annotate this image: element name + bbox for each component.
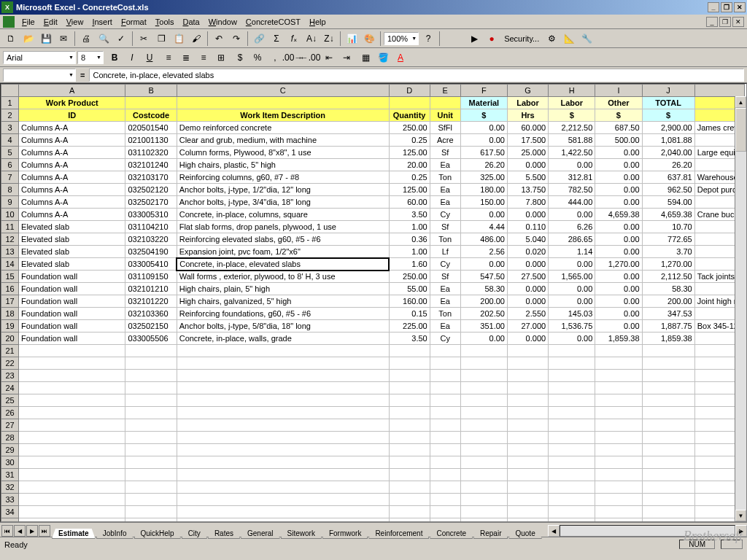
cell-empty[interactable] (430, 432, 460, 444)
sort-desc-button[interactable]: Z↓ (321, 31, 337, 47)
cell-empty[interactable] (549, 494, 595, 506)
cell-B13[interactable]: 032504190 (125, 246, 177, 258)
cell-G2[interactable]: Hrs (507, 109, 548, 122)
cell-E10[interactable]: Cy (430, 209, 460, 221)
row-header-8[interactable]: 8 (1, 184, 19, 196)
row-header-12[interactable]: 12 (1, 233, 19, 246)
cell-J15[interactable]: 2,112.50 (642, 271, 694, 283)
row-header-21[interactable]: 21 (1, 345, 19, 357)
cell-B9[interactable]: 032502170 (125, 196, 177, 209)
cell-C2[interactable]: Work Item Description (177, 109, 389, 122)
cell-G16[interactable]: 0.000 (507, 283, 548, 295)
cell-H8[interactable]: 782.50 (549, 184, 595, 196)
italic-button[interactable]: I (124, 50, 140, 66)
cell-empty[interactable] (125, 407, 177, 419)
cell-empty[interactable] (389, 394, 430, 407)
cell-C6[interactable]: High chairs, plastic, 5" high (177, 159, 389, 171)
cell-J5[interactable]: 2,040.00 (642, 147, 694, 159)
row-header-11[interactable]: 11 (1, 221, 19, 233)
menu-concretecost[interactable]: ConcreteCOST (241, 16, 305, 28)
cell-D18[interactable]: 0.15 (389, 308, 430, 320)
row-header-6[interactable]: 6 (1, 159, 19, 171)
cell-B7[interactable]: 032103170 (125, 171, 177, 184)
cell-empty[interactable] (595, 518, 642, 523)
sheet-tab-formwork[interactable]: Formwork (322, 529, 368, 539)
cell-F13[interactable]: 2.56 (460, 246, 507, 258)
sheet-tab-quote[interactable]: Quote (508, 529, 541, 539)
cell-empty[interactable] (430, 357, 460, 370)
cell-I10[interactable]: 4,659.38 (595, 209, 642, 221)
cell-G18[interactable]: 2.550 (507, 308, 548, 320)
fill-color-button[interactable]: 🪣 (375, 50, 391, 66)
cell-empty[interactable] (389, 345, 430, 357)
row-header-7[interactable]: 7 (1, 171, 19, 184)
tab-nav-first[interactable]: ⏮ (1, 525, 13, 537)
cell-F6[interactable]: 26.20 (460, 159, 507, 171)
cell-C14[interactable]: Concrete, in-place, elevated slabs (177, 258, 389, 271)
cell-H3[interactable]: 2,212.50 (549, 122, 595, 134)
menu-tools[interactable]: Tools (151, 16, 179, 28)
cell-empty[interactable] (595, 506, 642, 518)
cell-empty[interactable] (549, 370, 595, 382)
cell-empty[interactable] (19, 394, 125, 407)
cell-B15[interactable]: 031109150 (125, 271, 177, 283)
menu-file[interactable]: File (18, 16, 39, 28)
cell-E11[interactable]: Sf (430, 221, 460, 233)
cell-D19[interactable]: 225.00 (389, 320, 430, 332)
cell-F16[interactable]: 58.30 (460, 283, 507, 295)
cell-J1[interactable]: TOTAL (642, 97, 694, 109)
cell-empty[interactable] (430, 407, 460, 419)
cell-G3[interactable]: 60.000 (507, 122, 548, 134)
cell-empty[interactable] (125, 444, 177, 456)
cell-J3[interactable]: 2,900.00 (642, 122, 694, 134)
cell-H6[interactable]: 0.00 (549, 159, 595, 171)
cell-empty[interactable] (595, 382, 642, 394)
cell-E16[interactable]: Ea (430, 283, 460, 295)
cell-D8[interactable]: 125.00 (389, 184, 430, 196)
cell-empty[interactable] (642, 382, 694, 394)
format-painter-button[interactable]: 🖌 (188, 31, 204, 47)
cell-E4[interactable]: Acre (430, 134, 460, 147)
font-name-combo[interactable]: Arial (3, 51, 76, 64)
cell-H20[interactable]: 0.00 (549, 332, 595, 345)
menu-view[interactable]: View (62, 16, 88, 28)
cell-I9[interactable]: 0.00 (595, 196, 642, 209)
cell-empty[interactable] (460, 357, 507, 370)
cell-empty[interactable] (389, 382, 430, 394)
cell-empty[interactable] (389, 444, 430, 456)
cell-empty[interactable] (430, 382, 460, 394)
cell-empty[interactable] (125, 432, 177, 444)
cell-J6[interactable]: 26.20 (642, 159, 694, 171)
cell-empty[interactable] (19, 444, 125, 456)
cell-F4[interactable]: 0.00 (460, 134, 507, 147)
increase-indent-button[interactable]: ⇥ (338, 50, 355, 66)
cell-A4[interactable]: Columns A-A (19, 134, 125, 147)
cell-H5[interactable]: 1,422.50 (549, 147, 595, 159)
cell-empty[interactable] (595, 394, 642, 407)
cell-empty[interactable] (389, 518, 430, 523)
col-header-J[interactable]: J (642, 85, 694, 97)
cell-F3[interactable]: 0.00 (460, 122, 507, 134)
cell-J10[interactable]: 4,659.38 (642, 209, 694, 221)
cell-empty[interactable] (430, 419, 460, 432)
cell-empty[interactable] (507, 419, 548, 432)
cell-B17[interactable]: 032101220 (125, 295, 177, 308)
cell-empty[interactable] (177, 345, 389, 357)
cell-E8[interactable]: Ea (430, 184, 460, 196)
col-header-H[interactable]: H (549, 85, 595, 97)
sheet-tab-rates[interactable]: Rates (208, 529, 240, 539)
menu-data[interactable]: Data (178, 16, 204, 28)
cell-F19[interactable]: 351.00 (460, 320, 507, 332)
cell-empty[interactable] (507, 407, 548, 419)
menu-window[interactable]: Window (204, 16, 241, 28)
cell-empty[interactable] (642, 444, 694, 456)
function-button[interactable]: fₓ (286, 31, 302, 47)
cell-empty[interactable] (549, 469, 595, 481)
cell-empty[interactable] (177, 370, 389, 382)
redo-button[interactable]: ↷ (228, 31, 244, 47)
cell-B11[interactable]: 031104210 (125, 221, 177, 233)
cut-button[interactable]: ✂ (136, 31, 152, 47)
tab-nav-last[interactable]: ⏭ (39, 525, 50, 537)
stop-macro-button[interactable]: ● (484, 31, 500, 47)
cell-F1[interactable]: Material (460, 97, 507, 109)
